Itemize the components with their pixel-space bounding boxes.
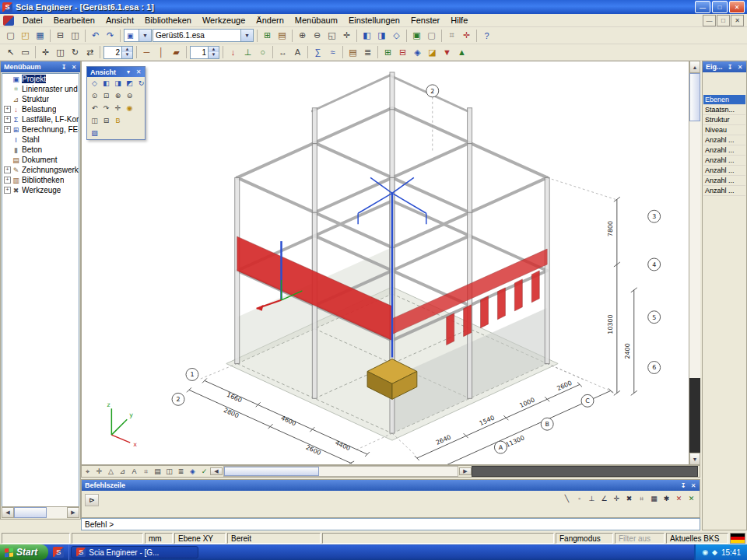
pin-icon[interactable]: ↧ — [679, 481, 688, 490]
zoom-out-icon[interactable]: ⊖ — [124, 90, 135, 101]
menu-datei[interactable]: Datei — [17, 14, 48, 26]
move-icon[interactable]: ✛ — [38, 46, 53, 59]
mirror-icon[interactable]: ⇄ — [82, 46, 97, 59]
background-icon[interactable]: B — [112, 115, 124, 126]
zoom-window-icon[interactable]: ⊡ — [100, 90, 112, 101]
tree-item-bibliotheken[interactable]: +▥Bibliotheken — [2, 175, 79, 185]
property-row-3[interactable]: Niveau — [703, 125, 745, 135]
menu-hilfe[interactable]: Hilfe — [445, 14, 473, 26]
shrink-icon[interactable]: ▼ — [440, 46, 454, 59]
undo-icon[interactable]: ↶ — [88, 29, 103, 42]
property-row-1[interactable]: Staatsn... — [703, 105, 745, 115]
plate-icon[interactable]: ▰ — [169, 46, 184, 59]
scrollbar-track[interactable] — [47, 507, 67, 518]
snap-star-icon[interactable]: ✱ — [661, 493, 672, 504]
clip-plane-icon[interactable]: ▨ — [89, 128, 100, 138]
render-icon[interactable]: ▣ — [409, 29, 424, 42]
dimension-icon[interactable]: ↔ — [275, 46, 290, 59]
snap-clear-icon[interactable]: ✕ — [673, 493, 685, 504]
tree-horizontal-scrollbar[interactable]: ◀ ▶ — [2, 506, 79, 518]
start-button[interactable]: Start — [0, 544, 48, 560]
command-input[interactable]: Befehl > — [81, 518, 700, 530]
tree-item-dokument[interactable]: ▤Dokument — [2, 155, 79, 165]
scroll-up-icon[interactable]: ▲ — [689, 61, 700, 73]
support-icon[interactable]: ⊥ — [240, 46, 255, 59]
snap-grid-icon[interactable]: ⌗ — [636, 493, 647, 504]
scroll-down-icon[interactable]: ▼ — [689, 453, 700, 465]
property-row-2[interactable]: Struktur — [703, 115, 745, 125]
view-top-icon[interactable]: ◨ — [374, 29, 389, 42]
view-xy-icon[interactable]: ◩ — [124, 78, 135, 89]
scrollbar-track[interactable] — [223, 466, 458, 477]
property-row-0[interactable]: Ebenen — [703, 95, 745, 105]
zoom-previous-icon[interactable]: ↶ — [89, 103, 100, 114]
beam-icon[interactable]: ─ — [139, 46, 154, 59]
activity-on-icon[interactable]: ⊞ — [381, 46, 395, 59]
tree-item-beton[interactable]: ▮Beton — [2, 145, 79, 155]
column-icon[interactable]: │ — [154, 46, 169, 59]
property-row-6[interactable]: Anzahl ... — [703, 156, 745, 166]
zoom-out-icon[interactable]: ⊖ — [310, 29, 324, 42]
spinner-down-icon[interactable]: ▼ — [209, 52, 219, 58]
tray-volume-icon[interactable]: ◆ — [712, 548, 717, 556]
property-row-5[interactable]: Anzahl ... — [703, 145, 745, 156]
close-icon[interactable]: ✕ — [689, 481, 698, 490]
expander-icon[interactable]: + — [4, 166, 11, 173]
child-close-button[interactable]: ✕ — [731, 15, 744, 26]
gem-icon[interactable]: ◈ — [187, 466, 198, 477]
snap-perpendicular-icon[interactable]: ⊥ — [586, 493, 598, 504]
property-row-9[interactable]: Anzahl ... — [703, 186, 745, 196]
property-row-8[interactable]: Anzahl ... — [703, 176, 745, 186]
print-icon[interactable]: ⊟ — [53, 29, 68, 42]
pin-icon[interactable]: ↧ — [725, 63, 735, 72]
spinner-arrows[interactable]: ▲▼ — [121, 47, 132, 58]
expand-icon[interactable]: ▲ — [454, 46, 469, 59]
maximize-button[interactable]: □ — [712, 1, 728, 13]
view-yz-icon[interactable]: ◨ — [112, 78, 124, 89]
menu-tree-header[interactable]: Menübaum ↧✕ — [1, 61, 80, 72]
zoom-in-icon[interactable]: ⊕ — [295, 29, 310, 42]
snap-accept-icon[interactable]: ✕ — [686, 493, 697, 504]
rotate-icon[interactable]: ↻ — [68, 46, 82, 59]
minimize-button[interactable]: — — [695, 1, 710, 13]
layers-icon[interactable]: ≣ — [360, 46, 375, 59]
light-icon[interactable]: ◉ — [124, 103, 135, 114]
abc-annotation-icon[interactable]: A — [128, 466, 140, 477]
snap-intersection-icon[interactable]: ✛ — [611, 493, 622, 504]
window-icon[interactable]: ◫ — [163, 466, 175, 477]
grid-icon[interactable]: ⌗ — [444, 29, 459, 42]
close-icon[interactable]: ✕ — [735, 63, 745, 72]
tree-item-linienraster[interactable]: ⌗Linienraster und G — [2, 84, 79, 94]
scroll-right-icon[interactable]: ▶ — [459, 467, 472, 475]
tree-item-stahl[interactable]: IStahl — [2, 135, 79, 145]
copy-icon[interactable]: ◫ — [53, 46, 68, 59]
spinner-up-icon[interactable]: ▲ — [122, 47, 132, 53]
snap-midpoint-icon[interactable]: ◦ — [573, 493, 585, 504]
expander-icon[interactable]: + — [4, 126, 11, 133]
zoom-next-icon[interactable]: ↷ — [100, 103, 112, 114]
redo-icon[interactable]: ↷ — [103, 29, 117, 42]
chevron-down-icon[interactable]: ▼ — [139, 30, 151, 41]
menu-werkzeuge[interactable]: Werkzeuge — [197, 14, 251, 26]
clipping-box-icon[interactable]: ◈ — [410, 46, 425, 59]
snap-endpoint-icon[interactable]: ╲ — [561, 493, 573, 504]
spinner-down-icon[interactable]: ▼ — [122, 52, 132, 58]
child-minimize-button[interactable]: — — [703, 15, 716, 26]
list-icon[interactable]: ≣ — [175, 466, 187, 477]
check-icon[interactable]: ✓ — [198, 466, 210, 477]
select-rect-icon[interactable]: ▭ — [18, 46, 33, 59]
help-icon[interactable]: ? — [479, 29, 494, 42]
menu-bearbeiten[interactable]: Bearbeiten — [48, 14, 100, 26]
view-front-icon[interactable]: ◧ — [359, 29, 374, 42]
table-icon[interactable]: ▤ — [152, 466, 163, 477]
open-project-icon[interactable]: ◰ — [18, 29, 33, 42]
section-icon[interactable]: ◪ — [425, 46, 440, 59]
calculation-icon[interactable]: ∑ — [310, 46, 325, 59]
triangle-icon[interactable]: △ — [105, 466, 117, 477]
drawing-canvas[interactable]: 1660 4600 4400 2800 2600 2640 1540 1000 … — [81, 61, 689, 465]
layer-combo[interactable]: ▣ ▼ — [124, 29, 152, 42]
taskbar-task-button[interactable]: S Scia Engineer - [G... — [71, 546, 198, 558]
activity-off-icon[interactable]: ⊟ — [395, 46, 410, 59]
view-xz-icon[interactable]: ◧ — [100, 78, 112, 89]
zoom-in-icon[interactable]: ⊕ — [112, 90, 124, 101]
